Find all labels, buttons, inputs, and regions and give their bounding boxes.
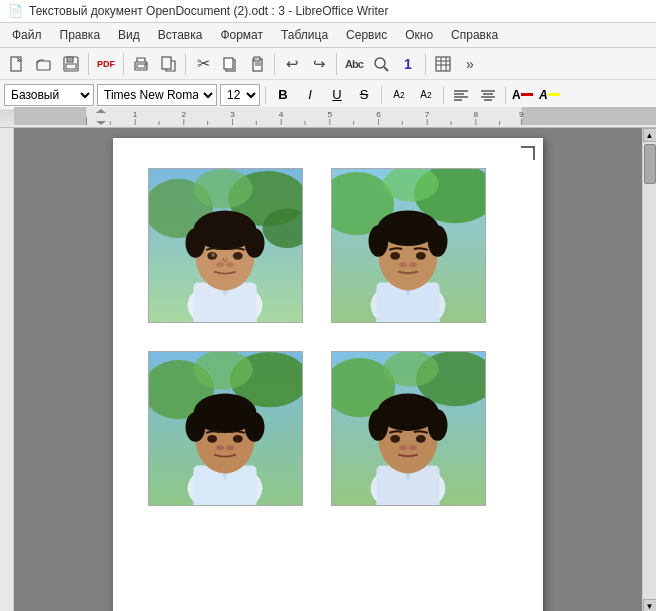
svg-point-124 [428, 409, 448, 441]
ruler: 1 2 3 4 5 6 7 8 9 [0, 110, 656, 128]
menu-window[interactable]: Окно [397, 25, 441, 45]
spellcheck-button[interactable]: Abc [341, 51, 367, 77]
bold-button[interactable]: B [271, 84, 295, 106]
photo-frame-2 [331, 168, 486, 323]
undo-button[interactable]: ↩ [279, 51, 305, 77]
menubar: Файл Правка Вид Вставка Формат Таблица С… [0, 23, 656, 48]
menu-file[interactable]: Файл [4, 25, 50, 45]
menu-format[interactable]: Формат [212, 25, 271, 45]
svg-point-116 [383, 352, 438, 387]
table-insert-button[interactable] [430, 51, 456, 77]
svg-point-111 [216, 445, 224, 450]
svg-text:8: 8 [474, 110, 479, 119]
new-button[interactable] [4, 51, 30, 77]
align-left-button[interactable] [449, 84, 473, 106]
svg-point-128 [409, 445, 417, 450]
font-family-select[interactable]: Times New Roman [97, 84, 217, 106]
photo-2 [332, 169, 485, 322]
scrollbar-up-button[interactable]: ▲ [643, 128, 657, 142]
photo-4 [332, 352, 485, 505]
document-page [113, 138, 543, 611]
svg-rect-30 [14, 107, 86, 125]
underline-button[interactable]: U [325, 84, 349, 106]
italic-button[interactable]: I [298, 84, 322, 106]
menu-insert[interactable]: Вставка [150, 25, 211, 45]
paste-button[interactable] [244, 51, 270, 77]
menu-help[interactable]: Справка [443, 25, 506, 45]
navigator-button[interactable]: 1 [395, 51, 421, 77]
save-button[interactable] [58, 51, 84, 77]
svg-point-77 [233, 252, 243, 260]
menu-edit[interactable]: Правка [52, 25, 109, 45]
svg-text:6: 6 [376, 110, 381, 119]
paragraph-style-select[interactable]: Базовый [4, 84, 94, 106]
svg-point-126 [416, 435, 426, 443]
menu-view[interactable]: Вид [110, 25, 148, 45]
page-corner-marker [521, 146, 535, 160]
svg-rect-4 [66, 64, 76, 69]
svg-point-108 [245, 412, 265, 442]
svg-rect-1 [37, 61, 50, 70]
svg-text:4: 4 [279, 110, 284, 119]
strikethrough-button[interactable]: S [352, 84, 376, 106]
svg-rect-31 [521, 107, 656, 125]
align-center-button[interactable] [476, 84, 500, 106]
svg-text:2: 2 [182, 110, 187, 119]
photo-3 [149, 352, 302, 505]
svg-text:3: 3 [230, 110, 235, 119]
menu-tools[interactable]: Сервис [338, 25, 395, 45]
main-toolbar: PDF ✂ ↩ ↪ Abc 1 » [0, 48, 656, 80]
print-button[interactable] [128, 51, 154, 77]
photo-1 [149, 169, 302, 322]
cut-button[interactable]: ✂ [190, 51, 216, 77]
svg-point-112 [226, 445, 234, 450]
toolbar-separator-3 [185, 53, 186, 75]
superscript-button[interactable]: A2 [387, 84, 411, 106]
main-area: ▲ ▼ [0, 128, 656, 611]
svg-point-109 [207, 435, 217, 443]
font-size-select[interactable]: 12 [220, 84, 260, 106]
svg-rect-32 [86, 107, 521, 125]
svg-rect-12 [254, 57, 260, 61]
svg-rect-3 [67, 57, 73, 62]
svg-point-94 [416, 252, 426, 260]
svg-point-92 [428, 225, 448, 257]
redo-button[interactable]: ↪ [306, 51, 332, 77]
svg-point-93 [390, 252, 400, 260]
fmt-separator-1 [265, 86, 266, 104]
pdf-button[interactable]: PDF [93, 51, 119, 77]
svg-point-66 [193, 169, 252, 208]
svg-point-78 [211, 253, 215, 257]
highlight-color-button[interactable]: A [538, 84, 562, 106]
formatting-toolbar: Базовый Times New Roman 12 B I U S A2 A2… [0, 80, 656, 110]
photos-grid [148, 168, 513, 506]
fmt-separator-3 [443, 86, 444, 104]
scrollbar-down-button[interactable]: ▼ [643, 599, 657, 611]
photo-frame-4 [331, 351, 486, 506]
find-button[interactable] [368, 51, 394, 77]
toolbar-separator-6 [425, 53, 426, 75]
toolbar-separator-1 [88, 53, 89, 75]
fmt-separator-4 [505, 86, 506, 104]
svg-rect-10 [224, 58, 233, 69]
svg-text:9: 9 [519, 110, 524, 119]
menu-table[interactable]: Таблица [273, 25, 336, 45]
copy-button[interactable] [217, 51, 243, 77]
vertical-scrollbar[interactable]: ▲ ▼ [642, 128, 656, 611]
svg-text:5: 5 [328, 110, 333, 119]
font-color-button[interactable]: A [511, 84, 535, 106]
more-button[interactable]: » [457, 51, 483, 77]
document-area[interactable] [14, 128, 642, 611]
ruler-svg: 1 2 3 4 5 6 7 8 9 [14, 107, 656, 125]
titlebar-title: Текстовый документ OpenDocument (2).odt … [29, 4, 388, 18]
svg-point-75 [245, 228, 265, 258]
svg-rect-6 [137, 64, 145, 68]
scrollbar-thumb[interactable] [644, 144, 656, 184]
toolbar-separator-5 [336, 53, 337, 75]
svg-point-15 [375, 58, 385, 68]
open-button[interactable] [31, 51, 57, 77]
preview-button[interactable] [155, 51, 181, 77]
svg-point-123 [369, 409, 389, 441]
subscript-button[interactable]: A2 [414, 84, 438, 106]
svg-point-74 [186, 228, 206, 258]
